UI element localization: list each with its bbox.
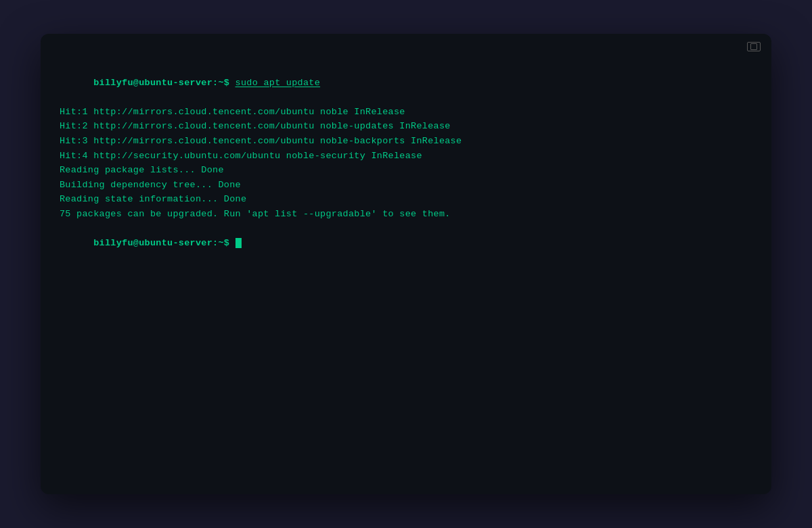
terminal-line-6: Reading package lists... Done: [60, 163, 752, 178]
terminal-line-10: billyfu@ubuntu-server:~$: [60, 222, 752, 266]
terminal-line-7: Building dependency tree... Done: [60, 178, 752, 193]
cursor: [235, 238, 242, 248]
terminal-line-2: Hit:1 http://mirrors.cloud.tencent.com/u…: [60, 105, 752, 120]
terminal-line-1: billyfu@ubuntu-server:~$ sudo apt update: [60, 61, 752, 105]
prompt-1: billyfu@ubuntu-server:~$: [93, 78, 235, 88]
terminal-window[interactable]: billyfu@ubuntu-server:~$ sudo apt update…: [41, 34, 771, 494]
terminal-line-4: Hit:3 http://mirrors.cloud.tencent.com/u…: [60, 134, 752, 149]
prompt-2: billyfu@ubuntu-server:~$: [93, 238, 235, 248]
terminal-body[interactable]: billyfu@ubuntu-server:~$ sudo apt update…: [41, 34, 771, 494]
terminal-line-5: Hit:4 http://security.ubuntu.com/ubuntu …: [60, 149, 752, 164]
terminal-line-9: 75 packages can be upgraded. Run 'apt li…: [60, 207, 752, 222]
terminal-line-3: Hit:2 http://mirrors.cloud.tencent.com/u…: [60, 119, 752, 134]
command-1: sudo apt update: [235, 78, 321, 88]
split-icon: [747, 42, 761, 51]
terminal-line-8: Reading state information... Done: [60, 192, 752, 207]
titlebar: [747, 42, 761, 51]
